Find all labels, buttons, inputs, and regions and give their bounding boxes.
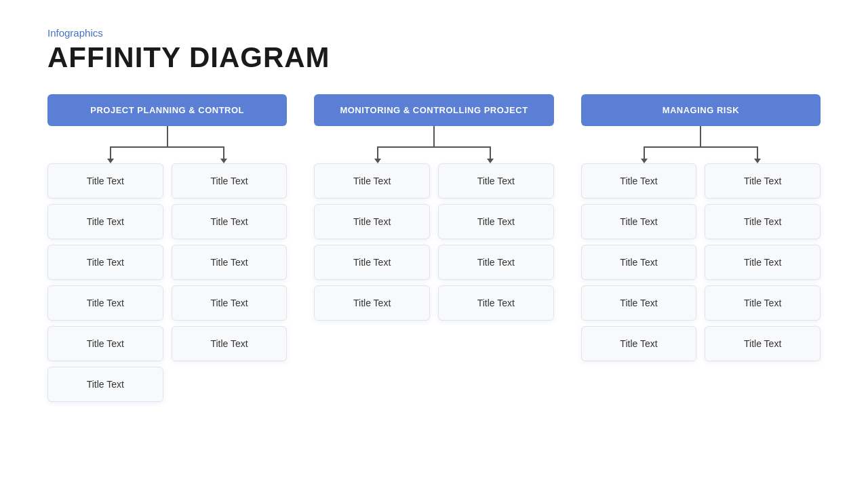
card: Title Text	[581, 163, 697, 199]
arrow-right-col3	[754, 146, 761, 163]
card: Title Text	[438, 245, 554, 280]
sub-columns-col2: Title Text Title Text Title Text Title T…	[314, 163, 553, 321]
arrow-line	[377, 146, 378, 159]
card: Title Text	[47, 245, 163, 280]
arrow-head	[641, 159, 648, 163]
sub-col-1b: Title Text Title Text Title Text Title T…	[172, 163, 288, 402]
arrow-left-col2	[374, 146, 381, 163]
card: Title Text	[314, 285, 430, 321]
arrow-line	[644, 146, 645, 159]
header-col1: PROJECT PLANNING & CONTROL	[47, 94, 287, 126]
sub-col-2a: Title Text Title Text Title Text Title T…	[314, 163, 430, 321]
arrow-right-col2	[487, 146, 494, 163]
card: Title Text	[47, 367, 163, 402]
card-empty	[172, 367, 288, 402]
arrow-head	[107, 159, 114, 163]
card: Title Text	[172, 163, 288, 199]
card: Title Text	[705, 285, 821, 321]
card: Title Text	[581, 204, 697, 239]
arrow-left-col3	[641, 146, 648, 163]
arrow-head	[374, 159, 381, 163]
sub-columns-col3: Title Text Title Text Title Text Title T…	[581, 163, 821, 361]
column-1: PROJECT PLANNING & CONTROL Title Text Ti…	[47, 94, 287, 402]
card: Title Text	[438, 285, 554, 321]
sub-col-3a: Title Text Title Text Title Text Title T…	[581, 163, 697, 361]
column-3: MANAGING RISK Title Text Title Text Titl…	[581, 94, 821, 361]
header-col3: MANAGING RISK	[581, 94, 821, 126]
sub-col-2b: Title Text Title Text Title Text Title T…	[438, 163, 554, 321]
arrow-left-col1	[107, 146, 114, 163]
card: Title Text	[581, 285, 697, 321]
arrow-head	[220, 159, 227, 163]
arrow-head	[754, 159, 761, 163]
card: Title Text	[314, 204, 430, 239]
card: Title Text	[438, 204, 554, 239]
connector-col2	[314, 126, 553, 163]
card: Title Text	[705, 326, 821, 361]
connector-col3	[581, 126, 821, 163]
page: Infographics AFFINITY DIAGRAM PROJECT PL…	[0, 0, 868, 488]
card: Title Text	[438, 163, 554, 199]
diagram-container: PROJECT PLANNING & CONTROL Title Text Ti…	[47, 94, 821, 402]
column-2: MONITORING & CONTROLLING PROJECT Title T…	[314, 94, 553, 321]
card: Title Text	[47, 163, 163, 199]
card: Title Text	[581, 326, 697, 361]
card: Title Text	[314, 245, 430, 280]
arrow-line	[757, 146, 758, 159]
card: Title Text	[47, 285, 163, 321]
card: Title Text	[172, 245, 288, 280]
card: Title Text	[172, 204, 288, 239]
sub-col-1a: Title Text Title Text Title Text Title T…	[47, 163, 163, 402]
card: Title Text	[47, 326, 163, 361]
arrow-line	[223, 146, 224, 159]
card: Title Text	[172, 285, 288, 321]
arrow-line	[110, 146, 111, 159]
main-title: AFFINITY DIAGRAM	[47, 41, 821, 74]
card: Title Text	[47, 204, 163, 239]
sub-col-3b: Title Text Title Text Title Text Title T…	[705, 163, 821, 361]
card: Title Text	[705, 245, 821, 280]
card: Title Text	[705, 163, 821, 199]
subtitle: Infographics	[47, 27, 821, 39]
connector-col1	[47, 126, 287, 163]
card: Title Text	[314, 163, 430, 199]
card: Title Text	[581, 245, 697, 280]
arrow-line	[490, 146, 491, 159]
card: Title Text	[172, 326, 288, 361]
header-col2: MONITORING & CONTROLLING PROJECT	[314, 94, 553, 126]
arrow-head	[487, 159, 494, 163]
arrow-right-col1	[220, 146, 227, 163]
sub-columns-col1: Title Text Title Text Title Text Title T…	[47, 163, 287, 402]
card: Title Text	[705, 204, 821, 239]
